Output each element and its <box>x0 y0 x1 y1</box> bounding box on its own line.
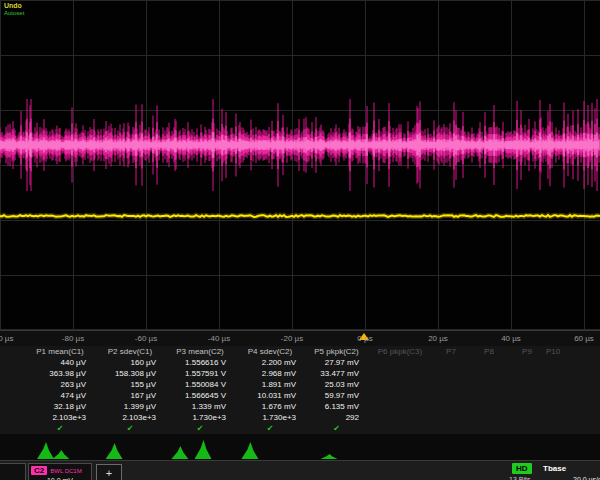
measure-cell-mean <box>508 368 546 379</box>
row-label-gutter <box>0 357 25 368</box>
measure-cell-max <box>546 390 555 401</box>
waveform-display[interactable]: Undo Autoset <box>0 0 600 330</box>
histicon[interactable] <box>171 446 188 459</box>
measure-cell-max <box>432 390 470 401</box>
measure-cell-min <box>432 379 470 390</box>
measure-cell-num: 292 <box>305 412 368 423</box>
measure-cell-sdev: 1.339 mV <box>165 401 235 412</box>
measure-row-num: 2.103e+32.103e+31.730e+31.730e+3292 <box>0 412 600 423</box>
measure-row-max: 474 µV167 µV1.566645 V10.031 mV59.97 mV <box>0 390 600 401</box>
measure-row-status: ✔✔✔✔✔ <box>0 423 600 434</box>
measure-cell-status <box>508 423 546 434</box>
measure-cell-max: 474 µV <box>25 390 95 401</box>
axis-tick-label: 60 µs <box>574 334 594 343</box>
measure-col-header-3[interactable]: P3 mean(C2) <box>165 346 235 357</box>
measure-cell-sdev <box>368 401 432 412</box>
histicon[interactable] <box>106 443 123 459</box>
measure-cell-num: 1.730e+3 <box>235 412 305 423</box>
timebase-descriptor[interactable]: Tbase <box>543 464 566 473</box>
measure-cell-sdev: 32.18 µV <box>25 401 95 412</box>
measure-cell-status <box>470 423 508 434</box>
hd-badge: HD <box>512 463 532 474</box>
c2-descriptor[interactable]: C2 BWL DC1M 10.0 mV <box>28 463 92 480</box>
measure-cell-sdev <box>432 401 470 412</box>
measure-cell-min <box>368 379 432 390</box>
row-label-gutter <box>0 379 25 390</box>
measure-col-header-7[interactable]: P7 <box>432 346 470 357</box>
measure-cell-num: 2.103e+3 <box>25 412 95 423</box>
histicon-strip <box>0 434 600 460</box>
measure-cell-mean: 33.477 mV <box>305 368 368 379</box>
measure-col-header-5[interactable]: P5 pkpk(C2) <box>305 346 368 357</box>
histicon[interactable] <box>37 442 54 459</box>
c1-trace[interactable] <box>0 215 600 217</box>
measure-cell-value: 2.200 mV <box>235 357 305 368</box>
histicon-svg[interactable] <box>0 434 600 460</box>
measure-cell-min <box>508 379 546 390</box>
measure-row-value: 440 µV160 µV1.556616 V2.200 mV27.97 mV <box>0 357 600 368</box>
oscilloscope-screen: Undo Autoset -100 µs-80 µs-60 µs-40 µs-2… <box>0 0 600 480</box>
row-label-gutter <box>0 401 25 412</box>
measure-cell-value <box>470 357 508 368</box>
axis-tick-label: -80 µs <box>62 334 84 343</box>
measure-cell-value <box>546 357 555 368</box>
measure-cell-mean: 363.98 µV <box>25 368 95 379</box>
c2-coupling: BWL DC1M <box>50 468 81 474</box>
add-trace-button[interactable]: + <box>96 464 122 480</box>
measure-cell-value <box>508 357 546 368</box>
measure-cell-max: 59.97 mV <box>305 390 368 401</box>
timebase-scale: 20.0 µs/div <box>573 476 600 480</box>
measure-cell-mean: 1.557591 V <box>165 368 235 379</box>
axis-tick-label: -100 µs <box>0 334 13 343</box>
measure-col-header-2[interactable]: P2 sdev(C1) <box>95 346 165 357</box>
measure-cell-status <box>432 423 470 434</box>
measure-cell-min: 155 µV <box>95 379 165 390</box>
measure-cell-min <box>546 379 555 390</box>
measurement-table: P1 mean(C1)P2 sdev(C1)P3 mean(C2)P4 sdev… <box>0 346 600 434</box>
measure-col-header-6[interactable]: P6 pkpk(C3) <box>368 346 432 357</box>
undo-label[interactable]: Undo <box>4 2 24 10</box>
grid-corner-annotation: Undo Autoset <box>4 2 24 17</box>
measure-cell-status: ✔ <box>235 423 305 434</box>
histicon[interactable] <box>52 450 69 459</box>
row-label-gutter <box>0 368 25 379</box>
measure-cell-status: ✔ <box>95 423 165 434</box>
measure-cell-min: 263 µV <box>25 379 95 390</box>
measure-col-header-9[interactable]: P9 <box>508 346 546 357</box>
measure-cell-sdev: 6.135 mV <box>305 401 368 412</box>
row-label-gutter <box>0 346 25 357</box>
time-axis: -100 µs-80 µs-60 µs-40 µs-20 µs0 µs20 µs… <box>0 330 600 347</box>
measure-cell-status: ✔ <box>305 423 368 434</box>
row-label-gutter <box>0 423 25 434</box>
histicon[interactable] <box>195 440 212 459</box>
histicon[interactable] <box>241 442 258 459</box>
measure-col-header-10[interactable]: P10 <box>546 346 560 357</box>
measure-cell-max: 167 µV <box>95 390 165 401</box>
measure-col-header-1[interactable]: P1 mean(C1) <box>25 346 95 357</box>
histicon[interactable] <box>321 454 338 459</box>
descriptor-bar: C1 DC1M 10.0 mV C2 BWL DC1M 10.0 mV + HD… <box>0 460 600 480</box>
hd-bits-label: 13 Bits <box>509 476 530 480</box>
axis-tick-label: 20 µs <box>428 334 448 343</box>
measure-cell-max: 1.566645 V <box>165 390 235 401</box>
measure-row-sdev: 32.18 µV1.399 µV1.339 mV1.676 mV6.135 mV <box>0 401 600 412</box>
measure-cell-num: 2.103e+3 <box>95 412 165 423</box>
autoset-label[interactable]: Autoset <box>4 10 24 17</box>
measure-cell-mean: 158.308 µV <box>95 368 165 379</box>
measure-cell-num <box>368 412 432 423</box>
measure-cell-max <box>470 390 508 401</box>
measure-cell-value: 160 µV <box>95 357 165 368</box>
measure-col-header-8[interactable]: P8 <box>470 346 508 357</box>
measure-cell-max <box>368 390 432 401</box>
measure-cell-num <box>432 412 470 423</box>
measure-col-header-4[interactable]: P4 sdev(C2) <box>235 346 305 357</box>
c1-descriptor[interactable]: C1 DC1M 10.0 mV <box>0 463 26 480</box>
measure-cell-mean <box>470 368 508 379</box>
measure-cell-min: 1.550084 V <box>165 379 235 390</box>
axis-tick-label: -60 µs <box>135 334 157 343</box>
graticule <box>0 0 600 330</box>
row-label-gutter <box>0 390 25 401</box>
measure-cell-sdev <box>508 401 546 412</box>
measure-cell-min: 25.03 mV <box>305 379 368 390</box>
measure-cell-value <box>432 357 470 368</box>
